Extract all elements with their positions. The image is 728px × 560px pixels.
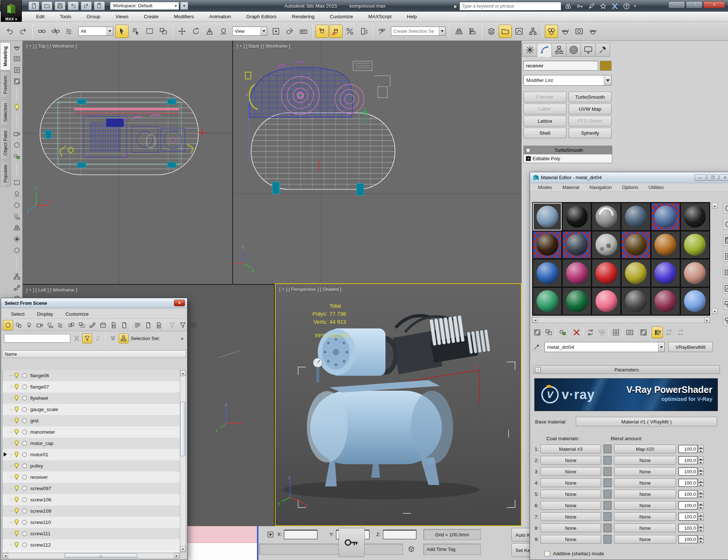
scene-object-row[interactable]: flange06 [3,370,180,381]
put-material-scene-icon[interactable] [543,327,554,338]
project-folder-icon[interactable] [94,1,105,10]
polygon-modeling-icon[interactable] [12,42,22,52]
save-file-icon[interactable] [55,1,66,10]
swatch-scroll-right[interactable]: ► [704,318,710,323]
sync-selection-icon[interactable] [93,334,103,343]
me-menu-item[interactable]: Navigation [584,185,617,190]
object-bulb-icon[interactable] [13,462,20,469]
scene-object-row[interactable]: motor01 [3,449,180,460]
blend-map-button[interactable]: None [614,512,676,521]
workspace-extra-dropdown[interactable]: ▼ [180,2,188,10]
coat-color-swatch[interactable] [604,524,612,532]
transform-typein-icon[interactable] [266,530,275,539]
coat-material-button[interactable]: None [541,467,601,476]
object-bulb-icon[interactable] [13,406,20,413]
menu-item[interactable]: Views [108,12,136,21]
dome-icon[interactable] [12,189,22,199]
object-bulb-icon[interactable] [13,541,20,548]
workspace-dropdown[interactable]: Workspace: Default ▼ [110,2,179,10]
blend-amount-spinner[interactable] [698,445,704,453]
subobject-grid-icon[interactable] [12,76,22,86]
material-sample-slot[interactable] [621,288,650,315]
blend-amount-field[interactable]: 100,0 [678,490,697,498]
put-to-library-icon[interactable] [596,327,608,338]
undo-icon[interactable] [3,25,16,38]
selection-lock-key-button[interactable] [339,528,365,557]
scene-object-row[interactable]: screw097 [3,483,180,494]
dialog-title-bar[interactable]: Select From Scene ✕ [1,298,187,308]
modify-tab-icon[interactable] [537,43,552,57]
undo-icon[interactable] [68,1,79,10]
scene-object-row[interactable]: screw109 [3,505,180,517]
expand-all-icon[interactable] [108,334,118,343]
scroll-left-arrow[interactable]: ◄ [3,553,8,558]
align-icon[interactable] [466,25,479,38]
window-crossing-icon[interactable] [157,25,170,38]
object-bulb-icon[interactable] [13,451,20,458]
material-sample-slot[interactable] [621,203,650,230]
unlink-selection-icon[interactable] [49,25,62,38]
vertical-scrollbar[interactable]: ▲ ▼ [180,370,186,552]
scroll-up-arrow[interactable]: ▲ [180,370,186,376]
blend-map-button[interactable]: None [614,478,676,487]
menu-item[interactable]: Group [79,12,108,21]
name-column-header[interactable]: Name [2,350,186,358]
coat-color-swatch[interactable] [604,490,612,498]
display-spacewarps-icon[interactable] [56,320,66,330]
me-close-button[interactable]: ✕ [719,174,728,181]
dialog-menu-item[interactable]: Display [31,311,59,317]
material-sample-slot[interactable] [562,288,591,315]
get-material-icon[interactable] [531,327,543,338]
go-forward-sibling-icon[interactable] [675,327,686,338]
material-sample-slot[interactable] [651,288,680,315]
scene-object-row[interactable]: screw110 [3,517,180,528]
redo-icon[interactable] [81,1,92,10]
blend-amount-field[interactable]: 100,0 [678,456,697,464]
select-rotate-icon[interactable] [189,25,202,38]
modifier-button[interactable]: UVW Map [569,104,612,114]
material-sample-slot[interactable] [592,259,621,287]
modifier-list-dropdown[interactable]: Modifier List [523,75,612,86]
blend-amount-spinner[interactable] [698,524,704,532]
search-icon[interactable] [563,1,574,11]
stamp-tool-icon[interactable] [12,283,22,293]
scene-object-row[interactable]: screw106 [3,494,180,505]
coat-material-button[interactable]: None [541,524,601,532]
eyedropper-icon[interactable] [531,342,542,352]
base-material-button[interactable]: Material #1 ( VRayMtl ) [576,417,717,426]
visibility-bulb-icon[interactable] [525,147,531,153]
scene-object-row[interactable]: flange07 [3,381,180,393]
me-menu-item[interactable]: Material [557,185,584,190]
spinner-snap-icon[interactable] [357,25,370,38]
coat-material-button[interactable]: None [541,535,601,544]
viewport-perspective-label[interactable]: [ + ] [ Perspective ] [ Shaded ] [279,287,341,292]
menu-item[interactable]: Graph Editors [238,12,284,21]
paint-sphere-icon[interactable] [12,140,22,150]
olive-shape-icon[interactable] [12,245,22,255]
make-material-copy-icon[interactable] [585,327,596,338]
material-sample-slot[interactable] [592,288,621,315]
display-helpers-icon[interactable] [45,320,55,330]
select-object-icon[interactable] [115,25,128,38]
blend-amount-spinner[interactable] [698,490,704,498]
dialog-menu-item[interactable]: Customize [59,311,95,317]
maxscript-mini-listener[interactable] [187,526,258,560]
swatch-scroll-left[interactable]: ◄ [533,318,538,323]
ribbon-tab[interactable]: Populate [0,161,11,186]
blend-map-button[interactable]: None [614,456,676,465]
additive-shellac-checkbox[interactable] [545,551,550,556]
close-button[interactable]: ✕ [703,1,725,8]
me-menu-item[interactable]: Utilities [644,185,669,190]
blend-map-button[interactable]: None [614,501,676,510]
layer-manager-icon[interactable] [485,25,498,38]
material-type-button[interactable]: VRayBlendMtl [668,342,713,352]
material-sample-slot[interactable] [533,231,562,259]
scrollbar-thumb[interactable] [181,402,185,456]
ribbon-tab[interactable]: Modeling [0,42,11,70]
max-application-button[interactable]: MAX ▾ [1,0,22,22]
angle-snap-icon[interactable] [329,25,343,38]
material-name-dropdown[interactable]: metal_dirt04 [545,342,665,352]
notes-icon[interactable] [188,320,198,330]
object-bulb-icon[interactable] [13,383,20,390]
named-selection-sets-icon[interactable] [376,25,389,38]
